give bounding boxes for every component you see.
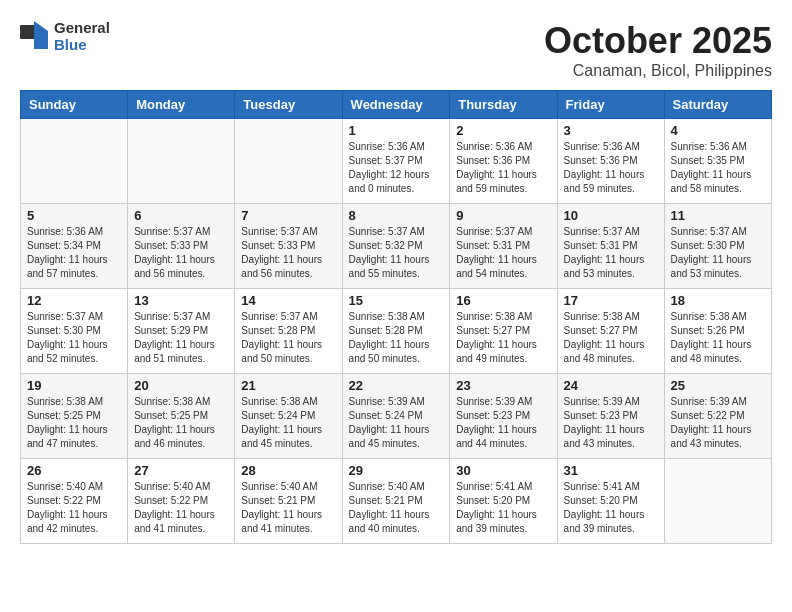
day-info: Sunrise: 5:37 AM Sunset: 5:30 PM Dayligh… bbox=[671, 225, 765, 281]
calendar-cell: 3Sunrise: 5:36 AM Sunset: 5:36 PM Daylig… bbox=[557, 119, 664, 204]
day-number: 30 bbox=[456, 463, 550, 478]
calendar-cell: 6Sunrise: 5:37 AM Sunset: 5:33 PM Daylig… bbox=[128, 204, 235, 289]
weekday-header: Sunday bbox=[21, 91, 128, 119]
calendar-cell: 7Sunrise: 5:37 AM Sunset: 5:33 PM Daylig… bbox=[235, 204, 342, 289]
day-number: 7 bbox=[241, 208, 335, 223]
calendar-cell: 21Sunrise: 5:38 AM Sunset: 5:24 PM Dayli… bbox=[235, 374, 342, 459]
day-info: Sunrise: 5:38 AM Sunset: 5:24 PM Dayligh… bbox=[241, 395, 335, 451]
day-number: 22 bbox=[349, 378, 444, 393]
svg-marker-1 bbox=[34, 21, 48, 49]
day-info: Sunrise: 5:38 AM Sunset: 5:26 PM Dayligh… bbox=[671, 310, 765, 366]
day-info: Sunrise: 5:39 AM Sunset: 5:23 PM Dayligh… bbox=[564, 395, 658, 451]
day-info: Sunrise: 5:37 AM Sunset: 5:30 PM Dayligh… bbox=[27, 310, 121, 366]
day-info: Sunrise: 5:36 AM Sunset: 5:37 PM Dayligh… bbox=[349, 140, 444, 196]
day-number: 20 bbox=[134, 378, 228, 393]
day-info: Sunrise: 5:36 AM Sunset: 5:36 PM Dayligh… bbox=[456, 140, 550, 196]
day-info: Sunrise: 5:38 AM Sunset: 5:27 PM Dayligh… bbox=[456, 310, 550, 366]
day-number: 24 bbox=[564, 378, 658, 393]
day-number: 23 bbox=[456, 378, 550, 393]
day-number: 10 bbox=[564, 208, 658, 223]
calendar-cell: 13Sunrise: 5:37 AM Sunset: 5:29 PM Dayli… bbox=[128, 289, 235, 374]
calendar-cell: 10Sunrise: 5:37 AM Sunset: 5:31 PM Dayli… bbox=[557, 204, 664, 289]
day-number: 4 bbox=[671, 123, 765, 138]
calendar-cell: 19Sunrise: 5:38 AM Sunset: 5:25 PM Dayli… bbox=[21, 374, 128, 459]
day-number: 6 bbox=[134, 208, 228, 223]
calendar-cell: 1Sunrise: 5:36 AM Sunset: 5:37 PM Daylig… bbox=[342, 119, 450, 204]
calendar-cell: 24Sunrise: 5:39 AM Sunset: 5:23 PM Dayli… bbox=[557, 374, 664, 459]
day-number: 8 bbox=[349, 208, 444, 223]
day-info: Sunrise: 5:36 AM Sunset: 5:34 PM Dayligh… bbox=[27, 225, 121, 281]
day-info: Sunrise: 5:41 AM Sunset: 5:20 PM Dayligh… bbox=[564, 480, 658, 536]
day-number: 29 bbox=[349, 463, 444, 478]
day-number: 5 bbox=[27, 208, 121, 223]
calendar-cell bbox=[235, 119, 342, 204]
day-info: Sunrise: 5:38 AM Sunset: 5:25 PM Dayligh… bbox=[134, 395, 228, 451]
day-info: Sunrise: 5:38 AM Sunset: 5:28 PM Dayligh… bbox=[349, 310, 444, 366]
calendar-cell: 11Sunrise: 5:37 AM Sunset: 5:30 PM Dayli… bbox=[664, 204, 771, 289]
calendar-cell: 31Sunrise: 5:41 AM Sunset: 5:20 PM Dayli… bbox=[557, 459, 664, 544]
calendar-cell: 26Sunrise: 5:40 AM Sunset: 5:22 PM Dayli… bbox=[21, 459, 128, 544]
day-number: 21 bbox=[241, 378, 335, 393]
day-number: 9 bbox=[456, 208, 550, 223]
calendar-cell: 22Sunrise: 5:39 AM Sunset: 5:24 PM Dayli… bbox=[342, 374, 450, 459]
calendar-cell bbox=[664, 459, 771, 544]
day-number: 16 bbox=[456, 293, 550, 308]
calendar-cell: 17Sunrise: 5:38 AM Sunset: 5:27 PM Dayli… bbox=[557, 289, 664, 374]
calendar-cell: 29Sunrise: 5:40 AM Sunset: 5:21 PM Dayli… bbox=[342, 459, 450, 544]
day-number: 31 bbox=[564, 463, 658, 478]
logo-general: General bbox=[54, 20, 110, 37]
day-info: Sunrise: 5:37 AM Sunset: 5:33 PM Dayligh… bbox=[241, 225, 335, 281]
day-number: 14 bbox=[241, 293, 335, 308]
calendar-cell: 18Sunrise: 5:38 AM Sunset: 5:26 PM Dayli… bbox=[664, 289, 771, 374]
calendar-cell: 16Sunrise: 5:38 AM Sunset: 5:27 PM Dayli… bbox=[450, 289, 557, 374]
calendar-cell bbox=[128, 119, 235, 204]
day-number: 2 bbox=[456, 123, 550, 138]
day-info: Sunrise: 5:40 AM Sunset: 5:21 PM Dayligh… bbox=[349, 480, 444, 536]
day-info: Sunrise: 5:40 AM Sunset: 5:21 PM Dayligh… bbox=[241, 480, 335, 536]
calendar-week-row: 19Sunrise: 5:38 AM Sunset: 5:25 PM Dayli… bbox=[21, 374, 772, 459]
calendar-table: SundayMondayTuesdayWednesdayThursdayFrid… bbox=[20, 90, 772, 544]
calendar-cell: 20Sunrise: 5:38 AM Sunset: 5:25 PM Dayli… bbox=[128, 374, 235, 459]
weekday-header: Thursday bbox=[450, 91, 557, 119]
weekday-header: Wednesday bbox=[342, 91, 450, 119]
day-info: Sunrise: 5:39 AM Sunset: 5:24 PM Dayligh… bbox=[349, 395, 444, 451]
calendar-week-row: 26Sunrise: 5:40 AM Sunset: 5:22 PM Dayli… bbox=[21, 459, 772, 544]
day-info: Sunrise: 5:38 AM Sunset: 5:27 PM Dayligh… bbox=[564, 310, 658, 366]
calendar-cell: 25Sunrise: 5:39 AM Sunset: 5:22 PM Dayli… bbox=[664, 374, 771, 459]
weekday-header: Tuesday bbox=[235, 91, 342, 119]
calendar-cell: 28Sunrise: 5:40 AM Sunset: 5:21 PM Dayli… bbox=[235, 459, 342, 544]
weekday-header: Monday bbox=[128, 91, 235, 119]
day-info: Sunrise: 5:38 AM Sunset: 5:25 PM Dayligh… bbox=[27, 395, 121, 451]
day-number: 1 bbox=[349, 123, 444, 138]
calendar-cell: 15Sunrise: 5:38 AM Sunset: 5:28 PM Dayli… bbox=[342, 289, 450, 374]
day-info: Sunrise: 5:40 AM Sunset: 5:22 PM Dayligh… bbox=[27, 480, 121, 536]
page-header: General Blue October 2025 Canaman, Bicol… bbox=[20, 20, 772, 80]
day-info: Sunrise: 5:36 AM Sunset: 5:35 PM Dayligh… bbox=[671, 140, 765, 196]
calendar-cell: 27Sunrise: 5:40 AM Sunset: 5:22 PM Dayli… bbox=[128, 459, 235, 544]
day-info: Sunrise: 5:37 AM Sunset: 5:29 PM Dayligh… bbox=[134, 310, 228, 366]
day-info: Sunrise: 5:37 AM Sunset: 5:32 PM Dayligh… bbox=[349, 225, 444, 281]
calendar-cell: 30Sunrise: 5:41 AM Sunset: 5:20 PM Dayli… bbox=[450, 459, 557, 544]
calendar-week-row: 5Sunrise: 5:36 AM Sunset: 5:34 PM Daylig… bbox=[21, 204, 772, 289]
day-number: 27 bbox=[134, 463, 228, 478]
day-number: 13 bbox=[134, 293, 228, 308]
day-info: Sunrise: 5:37 AM Sunset: 5:31 PM Dayligh… bbox=[456, 225, 550, 281]
calendar-cell: 23Sunrise: 5:39 AM Sunset: 5:23 PM Dayli… bbox=[450, 374, 557, 459]
calendar-cell: 12Sunrise: 5:37 AM Sunset: 5:30 PM Dayli… bbox=[21, 289, 128, 374]
calendar-cell: 2Sunrise: 5:36 AM Sunset: 5:36 PM Daylig… bbox=[450, 119, 557, 204]
calendar-cell: 5Sunrise: 5:36 AM Sunset: 5:34 PM Daylig… bbox=[21, 204, 128, 289]
day-number: 25 bbox=[671, 378, 765, 393]
day-number: 12 bbox=[27, 293, 121, 308]
weekday-header: Friday bbox=[557, 91, 664, 119]
day-number: 17 bbox=[564, 293, 658, 308]
day-info: Sunrise: 5:40 AM Sunset: 5:22 PM Dayligh… bbox=[134, 480, 228, 536]
day-number: 28 bbox=[241, 463, 335, 478]
title-section: October 2025 Canaman, Bicol, Philippines bbox=[544, 20, 772, 80]
weekday-header: Saturday bbox=[664, 91, 771, 119]
logo: General Blue bbox=[20, 20, 110, 53]
logo-icon bbox=[20, 21, 50, 49]
day-info: Sunrise: 5:36 AM Sunset: 5:36 PM Dayligh… bbox=[564, 140, 658, 196]
day-number: 3 bbox=[564, 123, 658, 138]
calendar-cell bbox=[21, 119, 128, 204]
calendar-week-row: 12Sunrise: 5:37 AM Sunset: 5:30 PM Dayli… bbox=[21, 289, 772, 374]
